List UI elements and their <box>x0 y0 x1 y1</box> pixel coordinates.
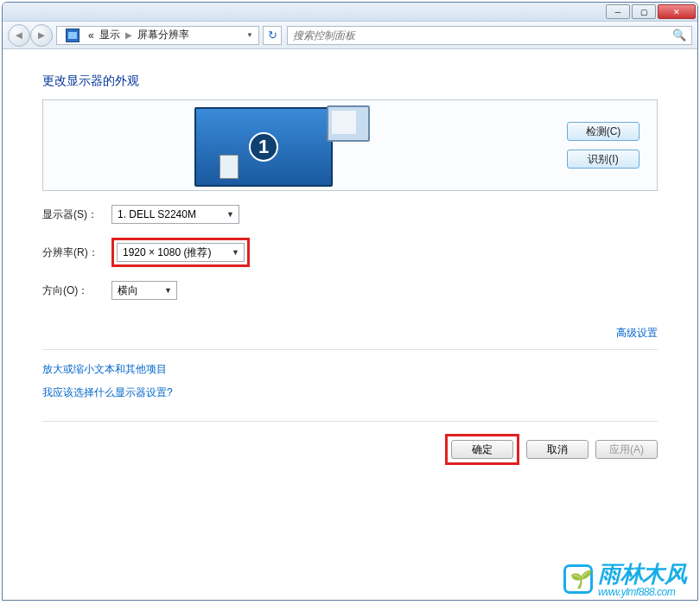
chevron-down-icon: ▼ <box>232 248 239 257</box>
toolbar: ◄ ► « 显示 ▶ 屏幕分辨率 ▼ ↻ 🔍 <box>3 22 697 49</box>
orientation-label: 方向(O)： <box>42 283 111 298</box>
watermark: 🌱 雨林木风 www.ylmf888.com <box>563 559 686 598</box>
resolution-select[interactable]: 1920 × 1080 (推荐) ▼ <box>117 243 245 262</box>
window-titlebar: ─ ▢ ✕ <box>3 3 697 22</box>
monitor-secondary[interactable] <box>327 105 370 142</box>
text-size-link[interactable]: 放大或缩小文本和其他项目 <box>42 362 658 377</box>
search-box[interactable]: 🔍 <box>287 26 692 45</box>
monitor-1[interactable]: 1 <box>194 107 333 187</box>
apply-button[interactable]: 应用(A) <box>595 440 658 459</box>
identify-button[interactable]: 识别(I) <box>567 150 640 169</box>
close-button[interactable]: ✕ <box>658 4 696 19</box>
display-select[interactable]: 1. DELL S2240M ▼ <box>111 205 239 224</box>
minimize-button[interactable]: ─ <box>606 4 630 19</box>
breadcrumb[interactable]: « 显示 ▶ 屏幕分辨率 ▼ <box>56 26 259 45</box>
page-title: 更改显示器的外观 <box>42 73 658 89</box>
ok-button[interactable]: 确定 <box>451 440 513 459</box>
chevron-right-icon: ▶ <box>125 30 132 40</box>
breadcrumb-item[interactable]: 屏幕分辨率 <box>137 28 189 42</box>
monitor-number: 1 <box>249 132 278 162</box>
chevron-down-icon: ▼ <box>164 286 172 295</box>
watermark-text: 雨林木风 <box>598 561 686 587</box>
advanced-settings-link[interactable]: 高级设置 <box>616 327 658 339</box>
refresh-button[interactable]: ↻ <box>263 26 282 45</box>
watermark-logo-icon: 🌱 <box>563 564 593 594</box>
chevron-down-icon: ▼ <box>226 210 234 219</box>
cancel-button[interactable]: 取消 <box>526 440 589 459</box>
resolution-label: 分辨率(R)： <box>42 245 111 260</box>
display-label: 显示器(S)： <box>42 207 111 222</box>
divider <box>42 421 658 422</box>
orientation-select[interactable]: 横向 ▼ <box>111 281 177 300</box>
detect-button[interactable]: 检测(C) <box>567 122 640 141</box>
divider <box>42 349 658 350</box>
maximize-button[interactable]: ▢ <box>632 4 656 19</box>
display-value: 1. DELL S2240M <box>118 208 196 220</box>
search-input[interactable] <box>293 29 672 41</box>
breadcrumb-item[interactable]: 显示 <box>99 28 120 42</box>
nav-back-button[interactable]: ◄ <box>8 24 30 47</box>
monitor-thumb-icon <box>220 155 239 179</box>
breadcrumb-back: « <box>88 29 94 41</box>
display-preview: 1 检测(C) 识别(I) <box>42 99 658 191</box>
orientation-value: 横向 <box>118 283 138 298</box>
watermark-url: www.ylmf888.com <box>598 586 686 598</box>
highlight-box: 确定 <box>445 434 519 465</box>
control-panel-icon <box>66 29 80 42</box>
resolution-value: 1920 × 1080 (推荐) <box>123 245 211 260</box>
highlight-box: 1920 × 1080 (推荐) ▼ <box>111 238 250 267</box>
search-icon[interactable]: 🔍 <box>672 29 686 41</box>
help-choose-link[interactable]: 我应该选择什么显示器设置? <box>42 385 658 400</box>
chevron-down-icon[interactable]: ▼ <box>246 31 253 39</box>
nav-forward-button[interactable]: ► <box>30 24 53 47</box>
